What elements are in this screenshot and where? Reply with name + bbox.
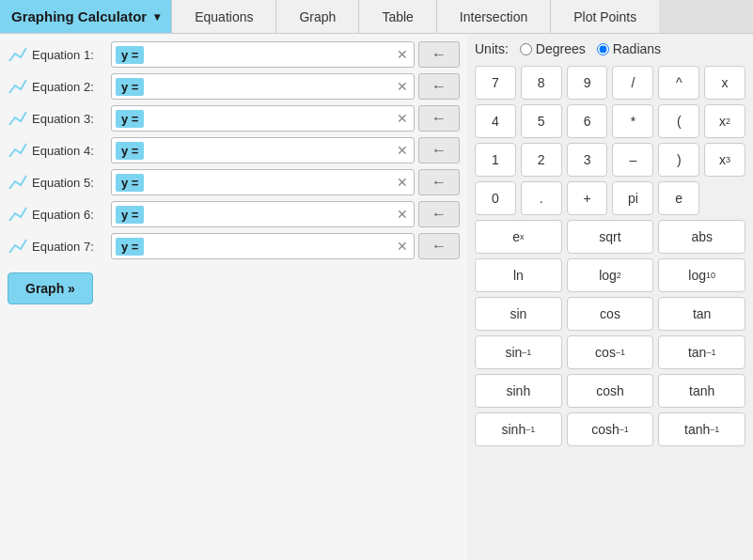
calc-btn-sin[interactable]: sin (475, 297, 562, 331)
clear-btn-3[interactable]: ✕ (395, 111, 410, 126)
calc-btn-log2[interactable]: log2 (567, 258, 654, 292)
calc-btn-9[interactable]: 9 (567, 66, 608, 100)
equation-label-area-1: Equation 1: (8, 44, 111, 65)
equation-label-area-5: Equation 5: (8, 172, 111, 193)
tab-plot-points[interactable]: Plot Points (550, 0, 659, 33)
calc-btn-log10[interactable]: log10 (658, 258, 745, 292)
equation-input-7[interactable] (148, 240, 395, 254)
calc-btn-minus[interactable]: – (612, 143, 653, 177)
calc-btn-e[interactable]: e (658, 181, 699, 215)
equation-label-area-4: Equation 4: (8, 140, 111, 161)
calc-btn-sqrt[interactable]: sqrt (567, 220, 654, 254)
calc-grid: 7 8 9 / ^ x 4 5 6 * ( x2 1 2 3 – ) x (475, 66, 745, 446)
calc-btn-power[interactable]: ^ (658, 66, 699, 100)
y-equals-6: y = (116, 206, 144, 224)
calc-btn-ln[interactable]: ln (475, 258, 562, 292)
calc-btn-multiply[interactable]: * (612, 104, 653, 138)
calc-btn-cosh[interactable]: cosh (567, 374, 654, 408)
y-equals-3: y = (116, 110, 144, 128)
calc-btn-0[interactable]: 0 (475, 181, 516, 215)
calc-btn-5[interactable]: 5 (521, 104, 562, 138)
radians-radio-label[interactable]: Radians (597, 41, 661, 56)
nav-tabs: Equations Graph Table Intersection Plot … (171, 0, 753, 33)
calc-btn-1[interactable]: 1 (475, 143, 516, 177)
equation-icon-6 (8, 204, 28, 225)
equation-label-3: Equation 3: (32, 112, 94, 126)
calc-row-7: sin cos tan (475, 297, 745, 331)
tab-graph[interactable]: Graph (275, 0, 358, 33)
equation-label-5: Equation 5: (32, 176, 94, 190)
degrees-radio-label[interactable]: Degrees (520, 41, 586, 56)
calc-btn-pi[interactable]: pi (612, 181, 653, 215)
calc-btn-plus[interactable]: + (567, 181, 608, 215)
calc-btn-close-paren[interactable]: ) (658, 143, 699, 177)
calc-btn-ex[interactable]: ex (475, 220, 562, 254)
calc-btn-arccosh[interactable]: cosh–1 (567, 412, 654, 446)
calc-btn-6[interactable]: 6 (567, 104, 608, 138)
clear-btn-4[interactable]: ✕ (395, 143, 410, 158)
calc-btn-4[interactable]: 4 (475, 104, 516, 138)
calc-btn-arctanh[interactable]: tanh–1 (658, 412, 745, 446)
calc-btn-2[interactable]: 2 (521, 143, 562, 177)
equation-input-wrap-3: y = ✕ (111, 105, 415, 132)
degrees-label: Degrees (536, 41, 586, 56)
equation-input-5[interactable] (148, 176, 395, 190)
clear-btn-5[interactable]: ✕ (395, 175, 410, 190)
radians-radio[interactable] (597, 43, 609, 55)
equation-input-2[interactable] (148, 80, 395, 94)
equation-input-4[interactable] (148, 144, 395, 158)
clear-btn-2[interactable]: ✕ (395, 79, 410, 94)
calc-btn-tanh[interactable]: tanh (658, 374, 745, 408)
backspace-btn-6[interactable]: ← (418, 201, 460, 227)
calc-btn-cos[interactable]: cos (567, 297, 654, 331)
calc-btn-tan[interactable]: tan (658, 297, 745, 331)
equation-row-7: Equation 7: y = ✕ ← (8, 233, 460, 259)
backspace-btn-1[interactable]: ← (418, 41, 460, 68)
clear-btn-1[interactable]: ✕ (395, 47, 410, 62)
calc-btn-x-cubed[interactable]: x3 (704, 143, 745, 177)
calc-btn-divide[interactable]: / (612, 66, 653, 100)
equation-icon-3 (8, 108, 28, 129)
equation-icon-4 (8, 140, 28, 161)
tab-table[interactable]: Table (358, 0, 435, 33)
calc-btn-arctan[interactable]: tan–1 (658, 335, 745, 369)
equation-icon-2 (8, 76, 28, 97)
clear-btn-6[interactable]: ✕ (395, 207, 410, 222)
backspace-btn-3[interactable]: ← (418, 105, 460, 132)
calc-btn-sinh[interactable]: sinh (475, 374, 562, 408)
app-title[interactable]: Graphing Calculator ▾ (0, 0, 171, 33)
calc-btn-arcsinh[interactable]: sinh–1 (475, 412, 562, 446)
equation-label-7: Equation 7: (32, 240, 94, 254)
tab-equations[interactable]: Equations (171, 0, 275, 33)
equation-icon-5 (8, 172, 28, 193)
calc-btn-arcsin[interactable]: sin–1 (475, 335, 562, 369)
backspace-btn-7[interactable]: ← (418, 233, 460, 259)
calc-btn-dot[interactable]: . (521, 181, 562, 215)
y-equals-1: y = (116, 46, 144, 64)
equation-label-area-3: Equation 3: (8, 108, 111, 129)
equation-input-3[interactable] (148, 112, 395, 126)
equation-label-area-2: Equation 2: (8, 76, 111, 97)
tab-intersection[interactable]: Intersection (436, 0, 550, 33)
calc-btn-abs[interactable]: abs (658, 220, 745, 254)
calc-row-6: ln log2 log10 (475, 258, 745, 292)
backspace-btn-2[interactable]: ← (418, 73, 460, 100)
calc-row-3: 1 2 3 – ) x3 (475, 143, 745, 177)
calc-btn-3[interactable]: 3 (567, 143, 608, 177)
backspace-btn-5[interactable]: ← (418, 169, 460, 195)
backspace-btn-4[interactable]: ← (418, 137, 460, 163)
graph-button[interactable]: Graph » (8, 272, 93, 304)
calc-btn-x[interactable]: x (704, 66, 745, 100)
calc-btn-x-squared[interactable]: x2 (704, 104, 745, 138)
equation-input-1[interactable] (148, 48, 395, 62)
calc-btn-open-paren[interactable]: ( (658, 104, 699, 138)
units-label: Units: (475, 41, 509, 56)
equation-label-2: Equation 2: (32, 80, 94, 94)
degrees-radio[interactable] (520, 43, 532, 55)
equation-input-6[interactable] (148, 208, 395, 222)
clear-btn-7[interactable]: ✕ (395, 239, 410, 254)
calc-btn-8[interactable]: 8 (521, 66, 562, 100)
calc-btn-arccos[interactable]: cos–1 (567, 335, 654, 369)
calc-row-8: sin–1 cos–1 tan–1 (475, 335, 745, 369)
calc-btn-7[interactable]: 7 (475, 66, 516, 100)
